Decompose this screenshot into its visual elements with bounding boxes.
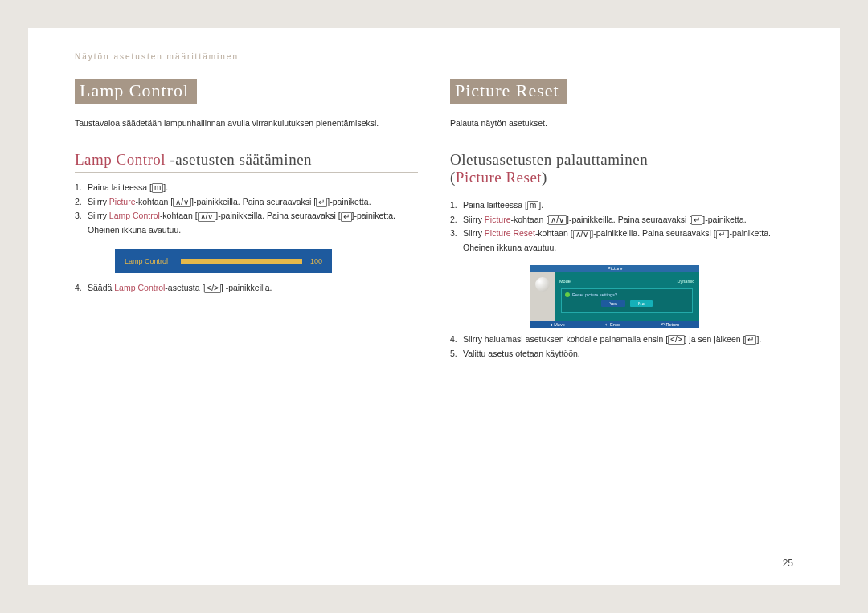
subheading-reset: Oletusasetusten palauttaminen (Picture R… (450, 151, 793, 190)
page-number: 25 (783, 558, 793, 569)
paren-open: ( (450, 169, 456, 186)
text: Valittu asetus otetaan käyttöön. (463, 349, 580, 358)
text: -kohtaan [ (535, 228, 573, 238)
subhead-highlight: Picture Reset (456, 169, 542, 186)
leftright-icon: </> (668, 335, 684, 345)
osd-side-icon (530, 272, 555, 321)
foot-return: ↶ Return (661, 322, 679, 327)
heading-lamp-control: Lamp Control (75, 79, 197, 104)
enter-icon: ↵ (745, 335, 756, 345)
text: Paina laitteessa [ (88, 182, 152, 192)
text: ]-painikkeilla. Paina seuraavaksi [ (591, 228, 715, 238)
osd-dialog: Reset picture settings? Yes No (561, 288, 693, 313)
osd-menu-label: Mode (559, 279, 571, 284)
text: Siirry (463, 215, 485, 224)
text: -asetusta [ (165, 283, 204, 292)
text: Return (666, 322, 680, 327)
text: Säädä (88, 283, 114, 292)
text: Enter (610, 322, 620, 327)
subhead-rest: -asetusten säätäminen (166, 151, 312, 168)
paren-close: ) (542, 169, 547, 186)
osd-body: Mode Dynamic Reset picture settings? Yes… (530, 272, 699, 321)
updown-icon: ∧/∨ (573, 230, 592, 239)
enter-icon: ↵ (341, 212, 352, 222)
osd-dialog-msg: Reset picture settings? (565, 292, 689, 297)
intro-text: Taustavaloa säädetään lampunhallinnan av… (75, 117, 418, 130)
osd-slider-fill (181, 259, 302, 264)
osd-picture-reset: Picture Mode Dynamic Reset picture setti… (530, 265, 699, 328)
text: ]. (163, 182, 168, 192)
highlight: Picture Reset (485, 228, 535, 238)
step-3: 3. Siirry Lamp Control-kohtaan [∧/∨]-pai… (75, 209, 418, 238)
text: ]-painikkeilla. Paina seuraavaksi [ (191, 197, 316, 206)
step-3: 3. Siirry Picture Reset-kohtaan [∧/∨]-pa… (450, 227, 793, 255)
highlight: Lamp Control (109, 210, 160, 220)
step-4: 4. Säädä Lamp Control-asetusta [</>] -pa… (75, 281, 418, 296)
osd-dialog-buttons: Yes No (565, 300, 689, 307)
text: ]-painikkeilla. Paina seuraavaksi [ (215, 210, 340, 220)
menu-icon: m (152, 183, 163, 193)
content-columns: Lamp Control Taustavaloa säädetään lampu… (75, 79, 793, 362)
step-1: 1. Paina laitteessa [m]. (75, 181, 418, 195)
highlight: Picture (109, 197, 136, 206)
osd-title: Picture (530, 265, 699, 272)
no-button[interactable]: No (630, 300, 653, 307)
yes-button[interactable]: Yes (601, 300, 625, 307)
osd-footer: ♦ Move ↵ Enter ↶ Return (530, 321, 699, 328)
subheading-lamp: Lamp Control -asetusten säätäminen (75, 151, 418, 173)
heading-picture-reset: Picture Reset (450, 79, 567, 104)
step-5: 5. Valittu asetus otetaan käyttöön. (450, 347, 793, 362)
text: ]. (538, 200, 543, 210)
steps-list-left-2: 4. Säädä Lamp Control-asetusta [</>] -pa… (75, 281, 418, 296)
leftright-icon: </> (204, 284, 220, 293)
text: ]-painiketta. (702, 215, 746, 224)
step-4: 4. Siirry haluamasi asetuksen kohdalle p… (450, 333, 793, 347)
step-2: 2. Siirry Picture-kohtaan [∧/∨]-painikke… (450, 213, 793, 227)
osd-menu-value: Dynamic (678, 279, 694, 284)
updown-icon: ∧/∨ (173, 198, 191, 207)
updown-icon: ∧/∨ (548, 215, 567, 225)
text: ] -painikkeilla. (221, 283, 272, 292)
steps-list-right-2: 4. Siirry haluamasi asetuksen kohdalle p… (450, 333, 793, 362)
text: ]-painiketta. (327, 197, 371, 206)
osd-label: Lamp Control (125, 257, 181, 265)
text: Siirry (463, 228, 485, 238)
text: Siirry (88, 197, 109, 206)
steps-list-left: 1. Paina laitteessa [m]. 2. Siirry Pictu… (75, 181, 418, 238)
text: Paina laitteessa [ (463, 200, 527, 210)
osd-slider-track (181, 259, 302, 264)
text: Siirry (88, 210, 109, 220)
osd-lamp-control: Lamp Control 100 (115, 249, 332, 273)
osd-main: Mode Dynamic Reset picture settings? Yes… (555, 272, 699, 321)
step-1: 1. Paina laitteessa [m]. (450, 198, 793, 213)
highlight: Lamp Control (114, 283, 165, 292)
text: Move (554, 322, 564, 327)
subhead-line1: Oletusasetusten palauttaminen (450, 151, 648, 168)
intro-text: Palauta näytön asetukset. (450, 117, 793, 130)
text: Siirry haluamasi asetuksen kohdalle pain… (463, 334, 668, 344)
enter-icon: ↵ (716, 230, 727, 239)
section-breadcrumb: Näytön asetusten määrittäminen (75, 52, 793, 61)
text: -kohtaan [ (136, 197, 174, 206)
text: ] ja sen jälkeen [ (685, 334, 746, 344)
highlight: Picture (485, 215, 511, 224)
osd-menu-row: Mode Dynamic (559, 279, 694, 284)
info-icon (565, 292, 570, 297)
text: ]-painikkeilla. Paina seuraavaksi [ (567, 215, 691, 224)
text: -kohtaan [ (511, 215, 549, 224)
column-lamp-control: Lamp Control Taustavaloa säädetään lampu… (75, 79, 418, 362)
subhead-highlight: Lamp Control (75, 151, 166, 168)
foot-enter: ↵ Enter (605, 322, 621, 327)
text: -kohtaan [ (160, 210, 198, 220)
enter-icon: ↵ (316, 198, 327, 207)
step-2: 2. Siirry Picture-kohtaan [∧/∨]-painikke… (75, 195, 418, 210)
menu-icon: m (527, 201, 538, 210)
osd-value: 100 (310, 257, 322, 265)
foot-move: ♦ Move (551, 322, 565, 327)
updown-icon: ∧/∨ (198, 212, 216, 222)
column-picture-reset: Picture Reset Palauta näytön asetukset. … (450, 79, 793, 362)
enter-icon: ↵ (691, 215, 702, 225)
manual-page: Näytön asetusten määrittäminen Lamp Cont… (28, 28, 840, 585)
text: Reset picture settings? (572, 292, 617, 297)
steps-list-right: 1. Paina laitteessa [m]. 2. Siirry Pictu… (450, 198, 793, 255)
